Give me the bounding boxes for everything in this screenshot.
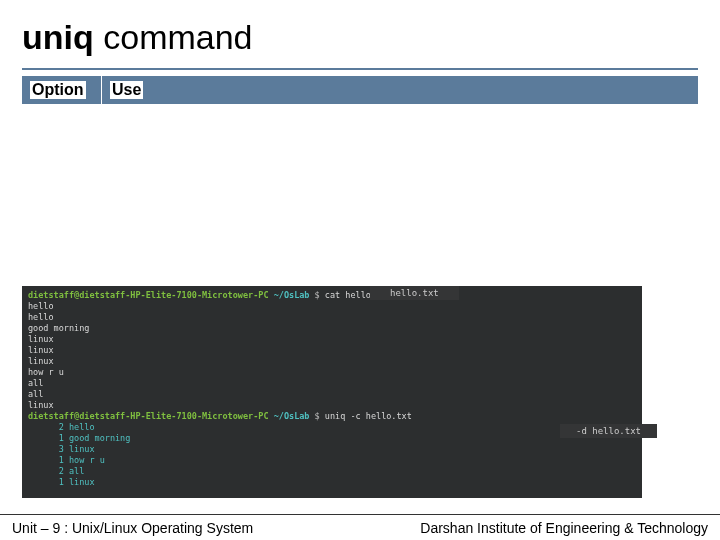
terminal-line: how r u [28,367,636,378]
title-bold: uniq [22,18,94,56]
table-header-row: Option Use [22,76,698,104]
title-underline [22,68,698,70]
terminal-line: 3 linux [28,444,636,455]
slide-title: uniq command [22,18,253,57]
terminal-line: dietstaff@dietstaff-HP-Elite-7100-Microt… [28,290,636,301]
terminal-line: 1 linux [28,477,636,488]
terminal-line: linux [28,334,636,345]
terminal-screenshot: dietstaff@dietstaff-HP-Elite-7100-Microt… [22,286,642,498]
terminal-line: dietstaff@dietstaff-HP-Elite-7100-Microt… [28,411,636,422]
overlay-badge-1: hello.txt [370,286,459,300]
footer: Unit – 9 : Unix/Linux Operating System D… [0,514,720,540]
terminal-line: linux [28,356,636,367]
terminal-line: good morning [28,323,636,334]
terminal-line: 2 all [28,466,636,477]
terminal-line: linux [28,400,636,411]
terminal-line: hello [28,312,636,323]
footer-left: Unit – 9 : Unix/Linux Operating System [12,520,253,536]
title-normal: command [103,18,252,56]
th-option-label: Option [30,81,86,99]
terminal-line: 2 hello [28,422,636,433]
terminal-line: all [28,389,636,400]
terminal-line: hello [28,301,636,312]
th-use-label: Use [110,81,143,99]
th-use: Use [102,76,698,104]
terminal-line: 1 how r u [28,455,636,466]
th-option: Option [22,76,102,104]
terminal-line: linux [28,345,636,356]
terminal-line: all [28,378,636,389]
footer-right: Darshan Institute of Engineering & Techn… [420,520,708,536]
terminal-line: 1 good morning [28,433,636,444]
overlay-badge-2: -d hello.txt [560,424,657,438]
